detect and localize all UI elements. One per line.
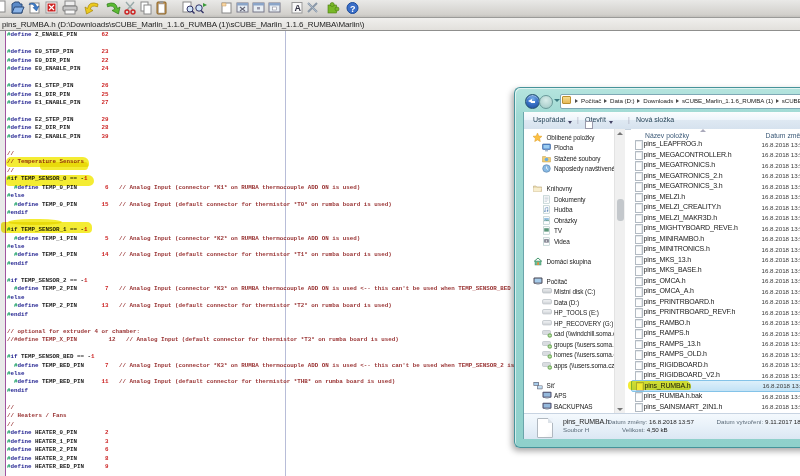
- svg-text:A: A: [295, 3, 302, 13]
- svg-text:?: ?: [350, 4, 356, 14]
